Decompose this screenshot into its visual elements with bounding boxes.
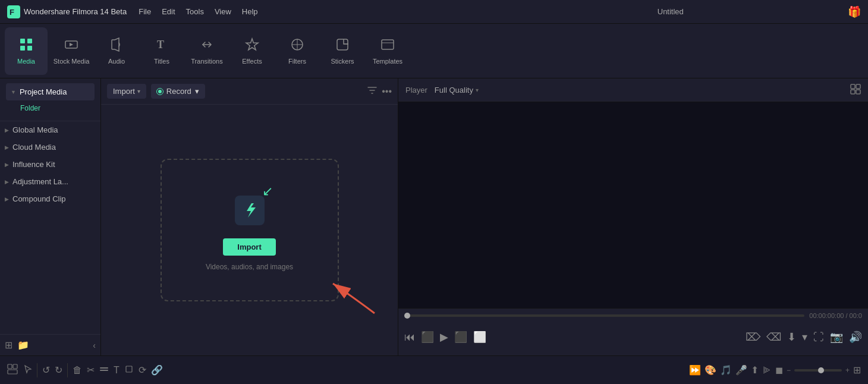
sidebar-item-compound-clip[interactable]: ▶ Compound Clip (0, 190, 100, 207)
delete-icon[interactable]: 🗑 (73, 365, 82, 376)
mic-icon[interactable]: 🎤 (735, 364, 747, 376)
volume-button[interactable]: 🔊 (849, 331, 862, 344)
player-toolbar: Player Full Quality ▾ (398, 78, 868, 102)
toolbar-transitions[interactable]: Transitions (185, 27, 228, 75)
svg-text:F: F (10, 8, 14, 17)
zoom-in-icon[interactable]: + (845, 366, 850, 374)
record-chevron-icon: ▾ (195, 87, 199, 96)
text-tool-icon[interactable]: T (114, 365, 119, 376)
sidebar-item-compound-clip-label: Compound Clip (12, 194, 66, 203)
out-point-button[interactable]: ⌫ (766, 331, 781, 344)
toolbar-stock-label: Stock Media (54, 58, 90, 65)
toolbar-audio[interactable]: Audio (95, 27, 138, 75)
zoom-slider[interactable] (794, 369, 842, 372)
rotate-tool-icon[interactable]: ⟳ (139, 364, 146, 376)
player-buttons-row: ⏮ ⬛ ▶ ⬛ ⬜ ⌦ ⌫ ⬇ ▾ ⛶ 📷 🔊 (398, 323, 868, 351)
crop-tool-icon[interactable] (124, 364, 134, 376)
collapse-sidebar-button[interactable]: ‹ (93, 341, 96, 350)
drop-zone[interactable]: ↙ Import Videos, audios, and images (161, 159, 339, 301)
svg-rect-10 (382, 40, 394, 49)
player-grid-button[interactable] (850, 84, 861, 97)
titles-icon: T (155, 37, 169, 55)
toolbar-stickers-label: Stickers (331, 58, 354, 65)
motion-icon[interactable]: ⬆ (751, 364, 759, 376)
skip-back-button[interactable]: ⏮ (404, 331, 415, 344)
frame-back-button[interactable]: ⬛ (421, 331, 434, 344)
filter-icon[interactable] (367, 86, 377, 97)
redo-icon[interactable]: ↻ (55, 364, 62, 376)
cut-icon[interactable]: ✂ (87, 364, 95, 376)
folder-label: Folder (20, 104, 40, 112)
timeline-separator-1 (37, 363, 37, 377)
gift-icon[interactable]: 🎁 (848, 5, 861, 18)
import-action-button[interactable]: Import (223, 238, 275, 256)
snapshot-button[interactable]: 📷 (830, 331, 843, 344)
crop-icon[interactable]: ◼ (775, 364, 783, 376)
stop-button[interactable]: ⬜ (473, 331, 486, 344)
layout-tool-icon[interactable] (7, 364, 18, 377)
play-button[interactable]: ▶ (440, 331, 448, 344)
filmora-drop-icon: ↙ (229, 190, 271, 231)
sidebar-item-influence-kit[interactable]: ▶ Influence Kit (0, 156, 100, 173)
menu-help[interactable]: Help (242, 7, 258, 16)
color-control-icon[interactable]: 🎨 (705, 364, 716, 376)
time-display: 00:00:00:00 / 00:0 (809, 312, 862, 319)
menu-view[interactable]: View (215, 7, 231, 16)
sidebar-sub-folder[interactable]: Folder (6, 100, 95, 116)
more-options-icon[interactable]: ••• (382, 86, 392, 97)
timeline-toolbar: ↺ ↻ 🗑 ✂ T ⟳ 🔗 ⏩ 🎨 🎵 🎤 ⬆ ⫸ ◼ − + ⊞ (0, 355, 868, 384)
import-button[interactable]: Import ▾ (107, 84, 146, 99)
in-point-button[interactable]: ⌦ (746, 331, 760, 344)
progress-track[interactable] (404, 314, 804, 317)
toolbar-stock-media[interactable]: Stock Media (50, 27, 93, 75)
link-tool-icon[interactable]: 🔗 (151, 364, 163, 376)
split-icon[interactable]: ⫸ (762, 365, 772, 376)
toolbar-effects[interactable]: Effects (231, 27, 273, 75)
timeline-separator-2 (67, 363, 68, 377)
sidebar-item-adjustment-layer[interactable]: ▶ Adjustment La... (0, 173, 100, 190)
svg-rect-9 (337, 39, 348, 50)
drop-zone-subtitle: Videos, audios, and images (206, 263, 293, 271)
player-area: Player Full Quality ▾ (398, 78, 868, 355)
sidebar-item-project-media[interactable]: ▼ Project Media (6, 83, 95, 100)
toolbar-media[interactable]: Media (5, 27, 48, 75)
trim-icon[interactable] (99, 364, 109, 376)
stock-media-icon (64, 37, 78, 55)
audio-control-icon[interactable]: 🎵 (720, 364, 732, 376)
undo-icon[interactable]: ↺ (42, 364, 50, 376)
menu-edit[interactable]: Edit (162, 7, 175, 16)
toolbar-stickers[interactable]: Stickers (321, 27, 364, 75)
sidebar-item-cloud-media[interactable]: ▶ Cloud Media (0, 139, 100, 156)
record-button[interactable]: Record ▾ (151, 84, 205, 99)
chevron-right-icon-5: ▶ (5, 196, 9, 202)
menu-file[interactable]: File (139, 7, 151, 16)
speed-control-icon[interactable]: ⏩ (689, 364, 701, 376)
sidebar-item-global-media[interactable]: ▶ Global Media (0, 121, 100, 139)
toolbar: Media Stock Media Audio T Titles (0, 24, 868, 78)
toolbar-filters[interactable]: Filters (276, 27, 319, 75)
svg-rect-18 (8, 370, 17, 374)
current-time: 00:00:00:00 (809, 312, 844, 319)
import-action-label: Import (237, 243, 261, 251)
add-to-timeline-button[interactable]: ⬇ (787, 331, 796, 344)
menu-tools[interactable]: Tools (186, 7, 204, 16)
svg-text:T: T (157, 39, 164, 51)
audio-icon (109, 37, 124, 55)
player-controls: 00:00:00:00 / 00:0 ⏮ ⬛ ▶ ⬛ ⬜ ⌦ ⌫ ⬇ ▾ ⛶ 📷 (398, 308, 868, 355)
grid-layout-icon[interactable]: ⊞ (853, 364, 861, 376)
zoom-out-icon[interactable]: − (787, 366, 791, 374)
new-folder-icon[interactable]: ⊞ (5, 339, 12, 351)
fullscreen-button[interactable]: ⛶ (813, 331, 824, 344)
svg-rect-3 (27, 39, 32, 43)
svg-rect-5 (27, 46, 32, 51)
select-tool-icon[interactable] (23, 364, 32, 376)
toolbar-titles[interactable]: T Titles (140, 27, 183, 75)
frame-forward-button[interactable]: ⬛ (454, 331, 467, 344)
speed-button[interactable]: ▾ (802, 331, 807, 344)
add-media-icon[interactable]: 📁 (17, 339, 29, 351)
quality-label: Full Quality (435, 86, 473, 95)
zoom-thumb (818, 367, 824, 373)
toolbar-templates[interactable]: Templates (366, 27, 409, 75)
sidebar-item-project-media-label: Project Media (20, 87, 67, 96)
quality-selector[interactable]: Full Quality ▾ (435, 86, 479, 95)
